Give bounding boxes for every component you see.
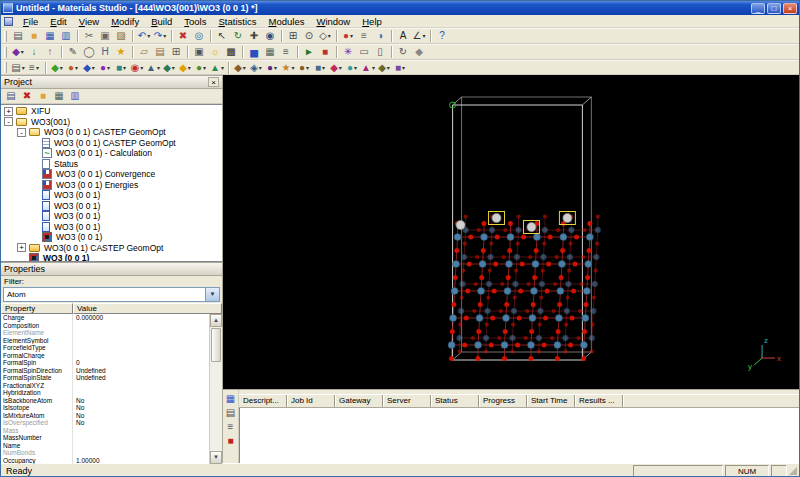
expand-icon[interactable]: + xyxy=(17,243,26,252)
module-vamp-icon[interactable]: ◆▾ xyxy=(376,61,392,75)
module-sorption-icon[interactable]: ●▾ xyxy=(344,61,360,75)
camera-icon[interactable]: ▣ xyxy=(191,45,207,59)
open-icon[interactable]: ■ xyxy=(26,29,42,43)
tree-item[interactable]: +XIFU xyxy=(1,106,222,117)
jobs-column-header[interactable]: Job Id xyxy=(287,395,335,407)
selection-mode-icon[interactable]: ↖ xyxy=(214,29,230,43)
tree-item[interactable]: WO3 (0 0 1) xyxy=(1,211,222,222)
crystal-builder-icon[interactable]: ▱ xyxy=(136,45,152,59)
delete-icon[interactable]: ✖ xyxy=(175,29,191,43)
jobs-column-header[interactable]: Results ... xyxy=(575,395,623,407)
property-value[interactable] xyxy=(73,322,209,330)
scroll-up-icon[interactable]: ▲ xyxy=(210,314,222,327)
property-value[interactable]: No xyxy=(73,404,209,412)
new-document-icon[interactable]: ▤ xyxy=(10,29,26,43)
tree-item[interactable]: -WO3(001) xyxy=(1,117,222,128)
jobs-table-body[interactable] xyxy=(239,408,799,463)
recalculate-icon[interactable]: ↻ xyxy=(395,45,411,59)
dropdown-arrow-icon[interactable]: ▾ xyxy=(402,65,405,71)
dropdown-arrow-icon[interactable]: ▾ xyxy=(36,65,39,71)
fit-view-icon[interactable]: ⊞ xyxy=(285,29,301,43)
sketch-ring-icon[interactable]: ◯ xyxy=(81,45,97,59)
adjust-hydrogen-icon[interactable]: H xyxy=(97,45,113,59)
zoom-mode-icon[interactable]: ◉ xyxy=(262,29,278,43)
tree-item[interactable]: Status xyxy=(1,159,222,170)
dropdown-arrow-icon[interactable]: ▾ xyxy=(322,65,325,71)
dropdown-arrow-icon[interactable]: ▾ xyxy=(140,65,143,71)
toolbar-grip[interactable] xyxy=(4,62,7,73)
run-job-icon[interactable]: ► xyxy=(301,45,317,59)
property-row[interactable]: IsBackboneAtomNo xyxy=(1,397,209,405)
mdi-child-icon[interactable] xyxy=(4,17,13,26)
jobs-column-header[interactable]: Server xyxy=(383,395,431,407)
menu-help[interactable]: Help xyxy=(356,15,388,28)
tree-item[interactable]: WO3 (0 0 1) xyxy=(1,222,222,233)
module-forcite-icon[interactable]: ◆▾ xyxy=(177,61,193,75)
dropdown-arrow-icon[interactable]: ▾ xyxy=(243,65,246,71)
property-row[interactable]: FormalSpin0 xyxy=(1,359,209,367)
module-equilibria-icon[interactable]: ◆▾ xyxy=(161,61,177,75)
new-table-icon[interactable]: ▦ xyxy=(262,45,278,59)
property-row[interactable]: IsOverspecifiedNo xyxy=(1,419,209,427)
menu-statistics[interactable]: Statistics xyxy=(212,15,262,28)
background-color-icon[interactable]: ▩ xyxy=(223,45,239,59)
redo-icon[interactable]: ↷▾ xyxy=(152,29,168,43)
job-log-tab-icon[interactable]: ≡ xyxy=(224,420,238,433)
tree-item[interactable]: WO3 (0 0 1) Convergence xyxy=(1,169,222,180)
dropdown-arrow-icon[interactable]: ▾ xyxy=(107,65,110,71)
supercell-icon[interactable]: ⊞ xyxy=(168,45,184,59)
scripting-tools-icon[interactable]: ≡▾ xyxy=(26,61,42,75)
property-row[interactable]: IsMixtureAtomNo xyxy=(1,412,209,420)
help-icon[interactable]: ? xyxy=(434,29,450,43)
module-onetep-icon[interactable]: ●▾ xyxy=(264,61,280,75)
property-value[interactable]: Undefined xyxy=(73,374,209,382)
property-row[interactable]: FormalCharge xyxy=(1,352,209,360)
module-qmera-icon[interactable]: ●▾ xyxy=(296,61,312,75)
undo-icon[interactable]: ↶▾ xyxy=(136,29,152,43)
scrollbar-track[interactable] xyxy=(210,327,222,451)
property-value[interactable] xyxy=(73,344,209,352)
module-reflex-icon[interactable]: ◆▾ xyxy=(328,61,344,75)
job-stop-tab-icon[interactable]: ■ xyxy=(224,434,238,447)
dropdown-arrow-icon[interactable]: ▾ xyxy=(259,65,262,71)
module-xcell-icon[interactable]: ■▾ xyxy=(392,61,408,75)
property-value[interactable] xyxy=(73,389,209,397)
paste-icon[interactable]: ▨ xyxy=(113,29,129,43)
save-icon[interactable]: ▦ xyxy=(42,29,58,43)
module-conformers-icon[interactable]: ●▾ xyxy=(97,61,113,75)
close-panel-icon[interactable]: × xyxy=(208,77,219,87)
module-synthia-icon[interactable]: ▲▾ xyxy=(360,61,376,75)
module-castep-icon[interactable]: ◆▾ xyxy=(81,61,97,75)
menu-modify[interactable]: Modify xyxy=(105,15,145,28)
property-value[interactable]: Undefined xyxy=(73,367,209,375)
module-mesocite-icon[interactable]: ◆▾ xyxy=(232,61,248,75)
dropdown-arrow-icon[interactable]: ▾ xyxy=(387,65,390,71)
menu-edit[interactable]: Edit xyxy=(44,15,72,28)
menu-build[interactable]: Build xyxy=(145,15,178,28)
module-blends-icon[interactable]: ●▾ xyxy=(65,61,81,75)
property-value[interactable]: 1.00000 xyxy=(73,457,209,465)
scroll-down-icon[interactable]: ▼ xyxy=(210,451,222,464)
property-value[interactable]: 0 xyxy=(73,359,209,367)
options-icon[interactable]: ◆ xyxy=(411,45,427,59)
scrollbar-thumb[interactable] xyxy=(211,328,221,362)
collapse-icon[interactable]: - xyxy=(4,117,13,126)
jobs-column-header[interactable]: Status xyxy=(431,395,479,407)
dropdown-arrow-icon[interactable]: ▾ xyxy=(339,65,342,71)
tree-item[interactable]: +WO3(0 0 1) CASTEP GeomOpt xyxy=(1,243,222,254)
property-value[interactable]: No xyxy=(73,412,209,420)
property-value[interactable]: No xyxy=(73,419,209,427)
dropdown-arrow-icon[interactable]: ▾ xyxy=(172,65,175,71)
property-value[interactable]: No xyxy=(73,397,209,405)
module-kinetix-icon[interactable]: ▲▾ xyxy=(209,61,225,75)
cut-icon[interactable]: ✂ xyxy=(81,29,97,43)
tree-item[interactable]: WO3 (0 0 1) xyxy=(1,190,222,201)
dropdown-arrow-icon[interactable]: ▾ xyxy=(188,65,191,71)
primitive-cell-icon[interactable]: ▭ xyxy=(356,45,372,59)
module-polymorph-icon[interactable]: ★▾ xyxy=(280,61,296,75)
property-row[interactable]: Composition xyxy=(1,322,209,330)
combo-arrow-icon[interactable]: ▼ xyxy=(205,288,219,301)
save-all-icon[interactable]: ▥ xyxy=(58,29,74,43)
dropdown-arrow-icon[interactable]: ▾ xyxy=(372,65,375,71)
property-row[interactable]: ElementSymbol xyxy=(1,337,209,345)
